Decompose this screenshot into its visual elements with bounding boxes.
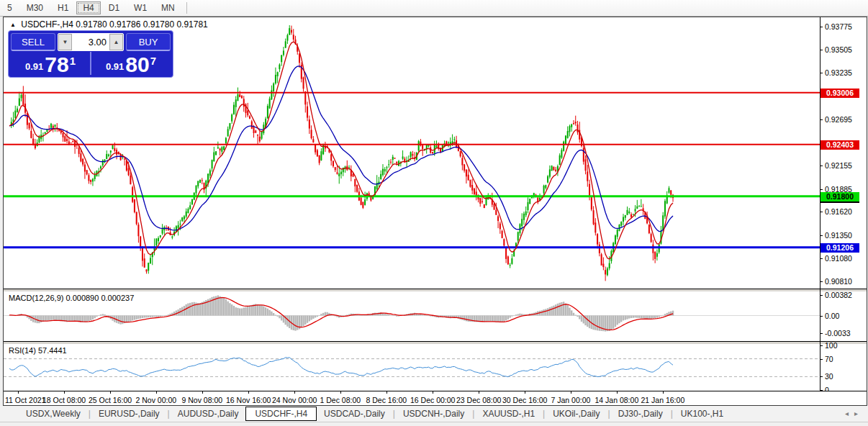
- tab-usdcad-daily[interactable]: USDCAD-,Daily: [317, 407, 392, 420]
- chart-tab-bar: USDX,Weekly|EURUSD-,Daily|AUDUSD-,DailyU…: [0, 406, 868, 422]
- time-tick: [156, 391, 157, 394]
- time-tick: [202, 391, 203, 394]
- time-tick-label: 8 Dec 16:00: [366, 396, 407, 404]
- ohlc-values: 0.91780 0.91786 0.91780 0.91781: [76, 19, 208, 30]
- time-tick-label: 14 Jan 08:00: [595, 396, 639, 404]
- axis-tick: [820, 73, 823, 73]
- axis-tick-label: 0.91350: [825, 231, 852, 240]
- axis-tick-label: 30: [825, 372, 833, 381]
- axis-tick-label: 0.93235: [825, 68, 852, 77]
- sell-price-prefix: 0.91: [25, 61, 43, 72]
- price-chart-pane[interactable]: ▲ USDCHF-,H4 0.91780 0.91786 0.91780 0.9…: [4, 17, 867, 289]
- tab-scroll-left-icon[interactable]: ◂: [845, 409, 854, 417]
- buy-price-pip: 7: [150, 55, 156, 67]
- tab-scroll-arrows: ◂▸: [845, 409, 864, 417]
- time-tick: [64, 391, 65, 394]
- tab-ukoil-daily[interactable]: UKOil-,Daily: [546, 407, 607, 420]
- collapse-panel-icon[interactable]: ▲: [10, 22, 16, 28]
- axis-tick: [820, 316, 823, 317]
- one-click-trade-panel: SELL ▼ ▲ BUY 0.91 78 1 0.91: [8, 30, 173, 78]
- tab-xauusd-h1[interactable]: XAUUSD-,H1: [475, 407, 542, 420]
- tab-audusd-daily[interactable]: AUDUSD-,Daily: [171, 407, 246, 420]
- timeframe-button-w1[interactable]: W1: [127, 1, 153, 14]
- volume-decrease-icon[interactable]: ▼: [58, 34, 72, 50]
- tab-usdx-weekly[interactable]: USDX,Weekly: [19, 407, 88, 420]
- buy-price-big: 80: [125, 55, 149, 74]
- axis-tick: [820, 235, 823, 236]
- tab-dj30-daily[interactable]: DJ30-,Daily: [611, 407, 670, 420]
- buy-price-prefix: 0.91: [106, 61, 124, 72]
- timeframe-toolbar: 5M30H1H4D1W1MN: [0, 0, 868, 17]
- volume-input[interactable]: [72, 34, 109, 50]
- timeframe-button-m30[interactable]: M30: [20, 1, 50, 14]
- time-tick: [525, 391, 525, 394]
- axis-tick: [820, 376, 823, 377]
- time-tick-label: 23 Dec 08:00: [456, 396, 501, 404]
- tab-usdchf-h4[interactable]: USDCHF-,H4: [245, 407, 317, 421]
- time-tick: [340, 391, 341, 394]
- tab-divider: |: [168, 409, 170, 419]
- volume-increase-icon[interactable]: ▲: [109, 34, 123, 50]
- axis-tick: [820, 258, 823, 259]
- tab-uk100-h1[interactable]: UK100-,H1: [674, 407, 731, 420]
- rsi-chart[interactable]: [4, 344, 820, 391]
- timeframe-button-h4[interactable]: H4: [76, 1, 100, 14]
- axis-tick-label: 0.91620: [825, 207, 852, 216]
- time-tick: [617, 391, 618, 394]
- time-tick: [433, 391, 433, 394]
- volume-control: ▼ ▲: [58, 33, 124, 51]
- status-bar: [0, 422, 868, 426]
- tab-divider: |: [393, 409, 395, 419]
- quote-header: ▲ USDCHF-,H4 0.91780 0.91786 0.91780 0.9…: [10, 19, 208, 30]
- time-tick: [479, 391, 479, 394]
- level-price-badge: 0.91206: [820, 243, 859, 253]
- axis-tick-label: 0.93775: [825, 22, 852, 31]
- axis-tick: [820, 281, 823, 282]
- tab-eurusd-daily[interactable]: EURUSD-,Daily: [91, 407, 167, 420]
- axis-tick: [820, 166, 823, 166]
- tab-usdcnh-daily[interactable]: USDCNH-,Daily: [396, 407, 471, 420]
- tab-divider: |: [89, 409, 91, 419]
- time-tick-label: 9 Nov 08:00: [182, 396, 223, 404]
- time-tick: [386, 391, 387, 394]
- axis-tick: [820, 27, 823, 27]
- axis-tick: [820, 119, 823, 120]
- axis-tick-label: 0.91080: [825, 254, 852, 263]
- axis-tick: [820, 50, 823, 50]
- tab-divider: |: [608, 409, 610, 419]
- timeframe-button-5[interactable]: 5: [1, 1, 19, 14]
- axis-tick: [820, 189, 823, 190]
- timeframe-button-h1[interactable]: H1: [51, 1, 75, 14]
- rsi-label: RSI(14) 57.4441: [9, 346, 67, 355]
- sell-price-display[interactable]: 0.91 78 1: [11, 52, 90, 75]
- axis-tick: [820, 345, 823, 346]
- time-tick: [248, 391, 249, 394]
- timeframe-button-mn[interactable]: MN: [155, 1, 181, 14]
- timeframe-button-d1[interactable]: D1: [102, 1, 126, 14]
- time-axis[interactable]: 11 Oct 202118 Oct 08:0025 Oct 16:002 Nov…: [4, 391, 867, 405]
- time-tick-label: 16 Nov 16:00: [226, 396, 271, 404]
- level-price-badge: 0.91800: [820, 192, 859, 201]
- chart-window: ▲ USDCHF-,H4 0.91780 0.91786 0.91780 0.9…: [3, 17, 867, 406]
- axis-tick-label: 0.92695: [825, 115, 852, 124]
- level-price-badge: 0.93006: [820, 89, 859, 98]
- tab-divider: |: [472, 409, 474, 419]
- rsi-indicator-pane[interactable]: RSI(14) 57.4441: [4, 344, 867, 391]
- buy-button[interactable]: BUY: [126, 33, 171, 51]
- axis-tick-label: 100: [825, 341, 838, 350]
- time-tick: [294, 391, 295, 394]
- time-tick-label: 1 Dec 08:00: [320, 396, 361, 404]
- time-tick-label: 24 Nov 00:00: [272, 396, 317, 404]
- macd-label: MACD(12,26,9) 0.000890 0.000237: [9, 294, 134, 302]
- macd-indicator-pane[interactable]: MACD(12,26,9) 0.000890 0.000237: [4, 291, 867, 342]
- time-tick: [571, 391, 571, 394]
- tab-divider: |: [671, 409, 673, 419]
- time-tick-label: 16 Dec 00:00: [410, 396, 455, 404]
- sell-button[interactable]: SELL: [11, 33, 55, 51]
- tab-scroll-right-icon[interactable]: ▸: [854, 409, 864, 417]
- time-tick-label: 18 Oct 08:00: [42, 396, 86, 404]
- symbol-label: USDCHF-,H4: [21, 19, 73, 30]
- axis-tick-label: -0.0033: [825, 329, 851, 337]
- time-tick-label: 11 Oct 2021: [5, 396, 45, 404]
- buy-price-display[interactable]: 0.91 80 7: [90, 52, 171, 75]
